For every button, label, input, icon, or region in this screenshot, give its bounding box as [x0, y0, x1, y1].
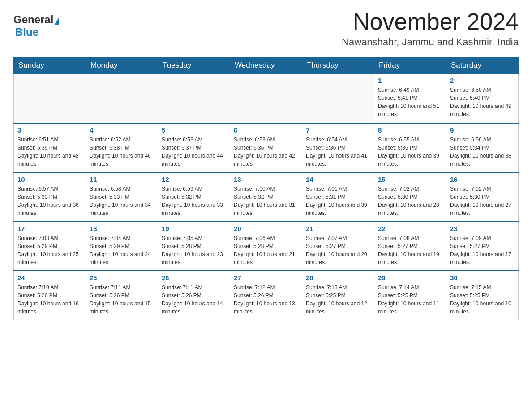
- calendar-week-row-4: 24Sunrise: 7:10 AM Sunset: 5:26 PM Dayli…: [14, 271, 519, 320]
- day-info: Sunrise: 6:57 AM Sunset: 5:33 PM Dayligh…: [17, 185, 82, 217]
- day-info: Sunrise: 7:14 AM Sunset: 5:25 PM Dayligh…: [378, 283, 442, 316]
- calendar-cell: 11Sunrise: 6:58 AM Sunset: 5:33 PM Dayli…: [86, 172, 158, 222]
- calendar-cell: [86, 74, 158, 123]
- header-wednesday: Wednesday: [230, 57, 302, 74]
- logo-triangle-icon: [54, 18, 59, 25]
- header-thursday: Thursday: [302, 57, 374, 74]
- day-info: Sunrise: 6:54 AM Sunset: 5:36 PM Dayligh…: [306, 136, 370, 168]
- day-info: Sunrise: 7:11 AM Sunset: 5:26 PM Dayligh…: [162, 283, 226, 316]
- day-number: 22: [378, 225, 442, 232]
- header-saturday: Saturday: [446, 57, 519, 74]
- day-number: 30: [450, 274, 515, 282]
- day-number: 1: [378, 77, 442, 84]
- day-number: 26: [162, 274, 226, 282]
- logo-blue-text: Blue: [15, 26, 39, 38]
- calendar-cell: 7Sunrise: 6:54 AM Sunset: 5:36 PM Daylig…: [302, 123, 374, 172]
- calendar-week-row-3: 17Sunrise: 7:03 AM Sunset: 5:29 PM Dayli…: [14, 222, 519, 271]
- day-info: Sunrise: 7:10 AM Sunset: 5:26 PM Dayligh…: [17, 283, 82, 316]
- day-info: Sunrise: 6:52 AM Sunset: 5:38 PM Dayligh…: [90, 136, 154, 168]
- day-number: 13: [234, 176, 298, 183]
- day-info: Sunrise: 7:05 AM Sunset: 5:28 PM Dayligh…: [162, 234, 226, 266]
- page-header: General Blue November 2024 Nawanshahr, J…: [13, 9, 519, 48]
- logo: General Blue: [13, 9, 59, 39]
- day-number: 2: [450, 77, 515, 84]
- day-info: Sunrise: 7:04 AM Sunset: 5:29 PM Dayligh…: [90, 234, 154, 266]
- logo-general-text: General: [13, 13, 53, 26]
- day-number: 3: [17, 126, 82, 134]
- calendar-header-row: Sunday Monday Tuesday Wednesday Thursday…: [14, 57, 519, 74]
- day-info: Sunrise: 6:59 AM Sunset: 5:32 PM Dayligh…: [162, 185, 226, 217]
- calendar-week-row-2: 10Sunrise: 6:57 AM Sunset: 5:33 PM Dayli…: [14, 172, 519, 222]
- day-info: Sunrise: 6:50 AM Sunset: 5:40 PM Dayligh…: [450, 86, 515, 118]
- day-number: 25: [90, 274, 154, 282]
- day-number: 23: [450, 225, 515, 232]
- day-number: 9: [450, 126, 515, 134]
- day-number: 17: [17, 225, 82, 232]
- day-number: 11: [90, 176, 154, 183]
- day-number: 6: [234, 126, 298, 134]
- calendar-cell: 29Sunrise: 7:14 AM Sunset: 5:25 PM Dayli…: [374, 271, 446, 320]
- header-sunday: Sunday: [14, 57, 86, 74]
- month-title: November 2024: [342, 9, 519, 34]
- calendar-cell: [158, 74, 230, 123]
- day-info: Sunrise: 6:51 AM Sunset: 5:39 PM Dayligh…: [17, 136, 82, 168]
- calendar-cell: 22Sunrise: 7:08 AM Sunset: 5:27 PM Dayli…: [374, 222, 446, 271]
- day-number: 15: [378, 176, 442, 183]
- calendar-cell: 17Sunrise: 7:03 AM Sunset: 5:29 PM Dayli…: [14, 222, 86, 271]
- calendar-cell: 20Sunrise: 7:06 AM Sunset: 5:28 PM Dayli…: [230, 222, 302, 271]
- day-number: 7: [306, 126, 370, 134]
- calendar-cell: 5Sunrise: 6:53 AM Sunset: 5:37 PM Daylig…: [158, 123, 230, 172]
- day-info: Sunrise: 7:07 AM Sunset: 5:27 PM Dayligh…: [306, 234, 370, 266]
- day-info: Sunrise: 7:15 AM Sunset: 5:25 PM Dayligh…: [450, 283, 515, 316]
- day-number: 20: [234, 225, 298, 232]
- header-monday: Monday: [86, 57, 158, 74]
- day-number: 5: [162, 126, 226, 134]
- calendar-cell: 27Sunrise: 7:12 AM Sunset: 5:26 PM Dayli…: [230, 271, 302, 320]
- calendar-cell: 30Sunrise: 7:15 AM Sunset: 5:25 PM Dayli…: [446, 271, 519, 320]
- calendar-cell: [14, 74, 86, 123]
- day-number: 29: [378, 274, 442, 282]
- day-info: Sunrise: 7:13 AM Sunset: 5:25 PM Dayligh…: [306, 283, 370, 316]
- day-info: Sunrise: 6:55 AM Sunset: 5:35 PM Dayligh…: [378, 136, 442, 168]
- day-number: 12: [162, 176, 226, 183]
- day-number: 19: [162, 225, 226, 232]
- day-info: Sunrise: 7:08 AM Sunset: 5:27 PM Dayligh…: [378, 234, 442, 266]
- calendar-cell: 12Sunrise: 6:59 AM Sunset: 5:32 PM Dayli…: [158, 172, 230, 222]
- calendar-cell: 3Sunrise: 6:51 AM Sunset: 5:39 PM Daylig…: [14, 123, 86, 172]
- calendar-cell: [230, 74, 302, 123]
- calendar-cell: 18Sunrise: 7:04 AM Sunset: 5:29 PM Dayli…: [86, 222, 158, 271]
- day-info: Sunrise: 7:03 AM Sunset: 5:29 PM Dayligh…: [17, 234, 82, 266]
- calendar-cell: 8Sunrise: 6:55 AM Sunset: 5:35 PM Daylig…: [374, 123, 446, 172]
- calendar-cell: [302, 74, 374, 123]
- calendar-table: Sunday Monday Tuesday Wednesday Thursday…: [13, 57, 519, 320]
- calendar-cell: 26Sunrise: 7:11 AM Sunset: 5:26 PM Dayli…: [158, 271, 230, 320]
- day-info: Sunrise: 6:56 AM Sunset: 5:34 PM Dayligh…: [450, 136, 515, 168]
- calendar-week-row-1: 3Sunrise: 6:51 AM Sunset: 5:39 PM Daylig…: [14, 123, 519, 172]
- day-number: 27: [234, 274, 298, 282]
- calendar-cell: 25Sunrise: 7:11 AM Sunset: 5:26 PM Dayli…: [86, 271, 158, 320]
- calendar-cell: 19Sunrise: 7:05 AM Sunset: 5:28 PM Dayli…: [158, 222, 230, 271]
- header-tuesday: Tuesday: [158, 57, 230, 74]
- day-info: Sunrise: 7:11 AM Sunset: 5:26 PM Dayligh…: [90, 283, 154, 316]
- day-info: Sunrise: 7:01 AM Sunset: 5:31 PM Dayligh…: [306, 185, 370, 217]
- calendar-cell: 24Sunrise: 7:10 AM Sunset: 5:26 PM Dayli…: [14, 271, 86, 320]
- title-area: November 2024 Nawanshahr, Jammu and Kash…: [342, 9, 519, 48]
- day-info: Sunrise: 7:09 AM Sunset: 5:27 PM Dayligh…: [450, 234, 515, 266]
- header-friday: Friday: [374, 57, 446, 74]
- day-info: Sunrise: 6:49 AM Sunset: 5:41 PM Dayligh…: [378, 86, 442, 118]
- calendar-cell: 6Sunrise: 6:53 AM Sunset: 5:36 PM Daylig…: [230, 123, 302, 172]
- day-info: Sunrise: 6:58 AM Sunset: 5:33 PM Dayligh…: [90, 185, 154, 217]
- day-number: 14: [306, 176, 370, 183]
- calendar-cell: 10Sunrise: 6:57 AM Sunset: 5:33 PM Dayli…: [14, 172, 86, 222]
- calendar-cell: 1Sunrise: 6:49 AM Sunset: 5:41 PM Daylig…: [374, 74, 446, 123]
- day-info: Sunrise: 7:02 AM Sunset: 5:30 PM Dayligh…: [378, 185, 442, 217]
- day-number: 28: [306, 274, 370, 282]
- day-number: 8: [378, 126, 442, 134]
- day-info: Sunrise: 7:00 AM Sunset: 5:32 PM Dayligh…: [234, 185, 298, 217]
- day-info: Sunrise: 7:12 AM Sunset: 5:26 PM Dayligh…: [234, 283, 298, 316]
- calendar-cell: 16Sunrise: 7:02 AM Sunset: 5:30 PM Dayli…: [446, 172, 519, 222]
- day-info: Sunrise: 7:02 AM Sunset: 5:30 PM Dayligh…: [450, 185, 515, 217]
- day-number: 21: [306, 225, 370, 232]
- day-info: Sunrise: 7:06 AM Sunset: 5:28 PM Dayligh…: [234, 234, 298, 266]
- calendar-cell: 23Sunrise: 7:09 AM Sunset: 5:27 PM Dayli…: [446, 222, 519, 271]
